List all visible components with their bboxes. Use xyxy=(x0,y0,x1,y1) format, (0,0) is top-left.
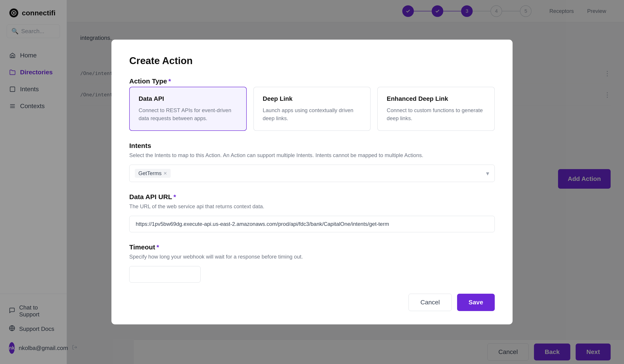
intents-tags: GetTerms ✕ xyxy=(135,169,171,178)
intent-tag-close[interactable]: ✕ xyxy=(163,171,167,176)
modal-title: Create Action xyxy=(129,55,495,66)
timeout-label: Timeout* xyxy=(129,243,495,251)
timeout-input[interactable] xyxy=(129,266,201,283)
intents-description: Select the Intents to map to this Action… xyxy=(129,151,495,159)
data-api-url-section: Data API URL* The URL of the web service… xyxy=(129,193,495,232)
modal-save-button[interactable]: Save xyxy=(457,294,495,311)
action-type-cards: Data API Connect to REST APIs for event-… xyxy=(129,87,495,131)
intent-tag-getterms: GetTerms ✕ xyxy=(135,169,171,178)
modal-overlay: Create Action Action Type* Data API Conn… xyxy=(0,0,624,364)
action-card-data-api[interactable]: Data API Connect to REST APIs for event-… xyxy=(129,87,247,131)
timeout-section: Timeout* Specify how long your webhook w… xyxy=(129,243,495,283)
intents-label: Intents xyxy=(129,142,495,150)
data-api-url-label: Data API URL* xyxy=(129,193,495,201)
action-card-data-api-desc: Connect to REST APIs for event-driven da… xyxy=(139,106,237,122)
action-card-enhanced-deep-link[interactable]: Enhanced Deep Link Connect to custom fun… xyxy=(377,87,495,131)
data-api-url-description: The URL of the web service api that retu… xyxy=(129,203,495,210)
intents-section: Intents Select the Intents to map to thi… xyxy=(129,142,495,182)
action-type-label: Action Type* xyxy=(129,77,495,85)
action-card-deep-link[interactable]: Deep Link Launch apps using contextually… xyxy=(253,87,371,131)
required-star: * xyxy=(168,77,171,85)
required-star-timeout: * xyxy=(156,243,159,251)
chevron-down-icon: ▾ xyxy=(486,170,489,177)
create-action-modal: Create Action Action Type* Data API Conn… xyxy=(111,40,513,324)
data-api-url-input[interactable] xyxy=(129,216,495,232)
timeout-description: Specify how long your webhook will wait … xyxy=(129,253,495,261)
modal-footer: Cancel Save xyxy=(129,294,495,311)
action-card-deep-link-desc: Launch apps using contextually driven de… xyxy=(263,106,362,122)
action-card-deep-link-title: Deep Link xyxy=(263,95,362,102)
action-card-data-api-title: Data API xyxy=(139,95,237,102)
intent-tag-label: GetTerms xyxy=(138,170,161,177)
modal-cancel-button[interactable]: Cancel xyxy=(409,294,451,311)
action-type-section: Action Type* Data API Connect to REST AP… xyxy=(129,77,495,131)
intents-dropdown[interactable]: GetTerms ✕ ▾ xyxy=(129,165,495,182)
action-card-enhanced-deep-link-desc: Connect to custom functions to generate … xyxy=(387,106,485,122)
required-star-url: * xyxy=(173,193,176,201)
action-card-enhanced-deep-link-title: Enhanced Deep Link xyxy=(387,95,485,102)
